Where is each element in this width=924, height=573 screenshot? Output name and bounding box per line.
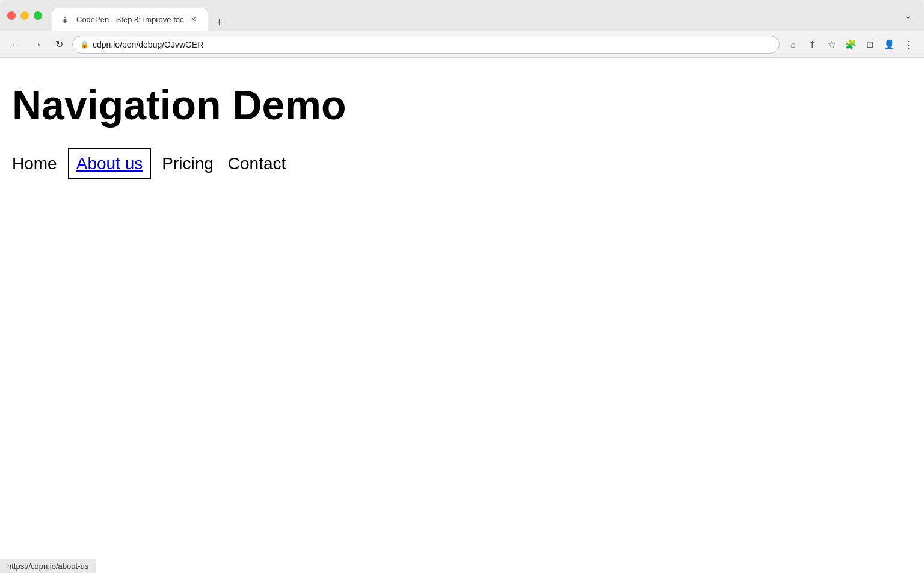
maximize-button[interactable] xyxy=(34,11,42,20)
reload-button[interactable]: ↻ xyxy=(51,36,67,53)
active-tab[interactable]: ◈ CodePen - Step 8: Improve foc ✕ xyxy=(52,8,208,31)
nav-link-about[interactable]: About us xyxy=(72,152,148,176)
lock-icon: 🔒 xyxy=(80,40,89,49)
tab-title: CodePen - Step 8: Improve foc xyxy=(76,15,183,24)
new-tab-button[interactable]: + xyxy=(211,14,227,31)
browser-actions: ⌕ ⬆ ☆ 🧩 ⊡ 👤 ⋮ xyxy=(784,36,917,53)
codepen-icon: ◈ xyxy=(62,15,72,25)
profile-button[interactable]: 👤 xyxy=(881,36,898,53)
nav-link-home[interactable]: Home xyxy=(12,154,57,173)
split-view-button[interactable]: ⊡ xyxy=(861,36,878,53)
address-text: cdpn.io/pen/debug/OJvwGER xyxy=(93,40,203,49)
nav-bar: ← → ↻ 🔒 cdpn.io/pen/debug/OJvwGER ⌕ ⬆ ☆ … xyxy=(0,31,924,58)
address-bar[interactable]: 🔒 cdpn.io/pen/debug/OJvwGER xyxy=(72,36,780,54)
bookmark-button[interactable]: ☆ xyxy=(823,36,840,53)
main-navigation: Home About us Pricing Contact xyxy=(12,152,912,176)
traffic-lights xyxy=(7,11,42,20)
tab-area: ◈ CodePen - Step 8: Improve foc ✕ + xyxy=(52,0,899,31)
back-button[interactable]: ← xyxy=(7,36,24,53)
tab-close-button[interactable]: ✕ xyxy=(188,15,198,25)
forward-button[interactable]: → xyxy=(29,36,46,53)
nav-link-pricing[interactable]: Pricing xyxy=(162,154,214,173)
nav-link-contact[interactable]: Contact xyxy=(228,154,286,173)
extensions-button[interactable]: 🧩 xyxy=(842,36,859,53)
browser-window: ◈ CodePen - Step 8: Improve foc ✕ + ⌄ ← … xyxy=(0,0,924,573)
status-bar: https://cdpn.io/about-us xyxy=(0,559,96,573)
close-button[interactable] xyxy=(7,11,16,20)
share-button[interactable]: ⬆ xyxy=(804,36,821,53)
more-button[interactable]: ⋮ xyxy=(900,36,917,53)
page-title: Navigation Demo xyxy=(12,82,912,128)
title-bar: ◈ CodePen - Step 8: Improve foc ✕ + ⌄ xyxy=(0,0,924,31)
chevron-down-icon[interactable]: ⌄ xyxy=(904,10,917,21)
page-content: Navigation Demo Home About us Pricing Co… xyxy=(0,58,924,573)
minimize-button[interactable] xyxy=(20,11,29,20)
search-button[interactable]: ⌕ xyxy=(784,36,801,53)
status-url: https://cdpn.io/about-us xyxy=(7,562,88,571)
